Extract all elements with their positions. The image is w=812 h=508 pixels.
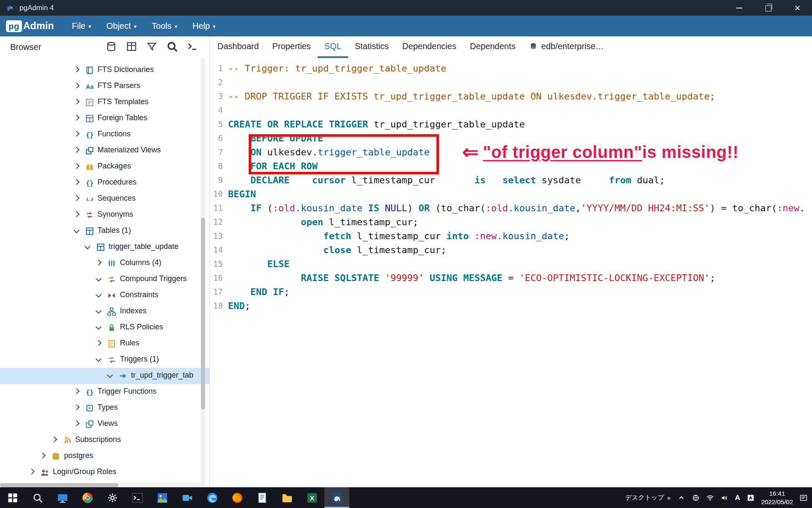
terminal-toolbar-button[interactable] xyxy=(184,39,201,56)
taskbar-firefox-button[interactable] xyxy=(225,487,250,508)
ime-mode-indicator[interactable]: A xyxy=(735,494,740,502)
chevron-down-icon[interactable] xyxy=(107,373,112,378)
tab-sql[interactable]: SQL xyxy=(318,36,348,58)
chevron-right-icon[interactable] xyxy=(74,164,79,169)
tree-item-packages[interactable]: Packages xyxy=(0,159,209,175)
tree-item-fts-dictionaries[interactable]: FTS Dictionaries xyxy=(0,62,209,78)
tree-item-types[interactable]: Types xyxy=(0,400,209,416)
taskbar-video-button[interactable] xyxy=(175,487,200,508)
taskbar-photos-button[interactable] xyxy=(150,487,175,508)
menu-file[interactable]: File▾ xyxy=(72,21,91,31)
chevron-right-icon[interactable] xyxy=(40,453,45,458)
tree-horizontal-scrollbar[interactable] xyxy=(0,483,200,487)
chevron-right-icon[interactable] xyxy=(74,148,79,153)
chevron-right-icon[interactable] xyxy=(96,260,101,265)
menu-tools[interactable]: Tools▾ xyxy=(152,21,177,31)
chevron-right-icon[interactable] xyxy=(74,180,79,185)
object-explorer[interactable]: FTS DictionariesAaFTS ParsersFTS Templat… xyxy=(0,58,210,487)
chevron-right-icon[interactable] xyxy=(74,67,79,72)
menu-object[interactable]: Object▾ xyxy=(106,21,136,31)
table-toolbar-button[interactable] xyxy=(123,39,140,56)
taskbar-folder-button[interactable] xyxy=(274,487,299,508)
desktop-toolbar[interactable]: デスクトップ » xyxy=(625,494,670,502)
chevron-right-icon[interactable] xyxy=(74,389,79,394)
tab-properties[interactable]: Properties xyxy=(266,36,318,58)
sql-panel[interactable]: 1-- Trigger: tr_upd_trigger_table_update… xyxy=(210,58,812,487)
tree-item-subscriptions[interactable]: Subscriptions xyxy=(0,432,209,448)
globe-icon[interactable] xyxy=(691,494,700,502)
chevron-down-icon[interactable] xyxy=(96,357,101,362)
tree-vertical-scrollbar-thumb[interactable] xyxy=(201,218,205,409)
tree-item-postgres[interactable]: postgres xyxy=(0,448,209,464)
taskbar-settings-button[interactable] xyxy=(100,487,125,508)
taskbar-notepad-button[interactable] xyxy=(250,487,274,508)
tree-item-trigger-table-update[interactable]: trigger_table_update xyxy=(0,239,209,255)
tree-item-columns-4[interactable]: Columns (4) xyxy=(0,255,209,271)
tree-item-materialized-views[interactable]: Materialized Views xyxy=(0,143,209,159)
tree-item-procedures[interactable]: {}Procedures xyxy=(0,175,209,191)
chevron-right-icon[interactable] xyxy=(74,212,79,217)
chevron-right-icon[interactable] xyxy=(74,132,79,137)
database-toolbar-button[interactable] xyxy=(103,39,120,56)
chevron-right-icon[interactable] xyxy=(74,83,79,88)
chevron-right-icon[interactable] xyxy=(74,196,79,201)
ime-block-icon[interactable] xyxy=(746,494,755,502)
tab-dependencies[interactable]: Dependencies xyxy=(395,36,463,58)
action-center-icon[interactable] xyxy=(799,494,808,502)
tree-item-views[interactable]: Views xyxy=(0,416,209,432)
chevron-right-icon[interactable] xyxy=(74,99,79,105)
chevron-down-icon[interactable] xyxy=(85,244,90,249)
tree-item-constraints[interactable]: Constraints xyxy=(0,287,209,304)
chevron-down-icon[interactable] xyxy=(96,325,101,330)
chevron-right-icon[interactable] xyxy=(74,405,79,410)
tab-statistics[interactable]: Statistics xyxy=(348,36,395,58)
tab-edb-enterprise[interactable]: edb/enterprise… xyxy=(522,36,611,58)
maximize-button[interactable] xyxy=(754,0,783,16)
filter-toolbar-button[interactable] xyxy=(143,39,160,56)
search-toolbar-button[interactable] xyxy=(164,39,181,56)
taskbar-start-button[interactable] xyxy=(0,487,25,508)
tab-dependents[interactable]: Dependents xyxy=(463,36,522,58)
taskbar-monitor-button[interactable] xyxy=(50,487,75,508)
tree-item-sequences[interactable]: 1..3Sequences xyxy=(0,191,209,207)
tree-item-synonyms[interactable]: Synonyms xyxy=(0,207,209,223)
speaker-icon[interactable] xyxy=(720,494,729,502)
chevron-right-icon[interactable] xyxy=(52,437,57,442)
tree-item-tables-1[interactable]: Tables (1) xyxy=(0,223,209,239)
tree-item-rls-policies[interactable]: RLS Policies xyxy=(0,320,209,336)
tree-item-foreign-tables[interactable]: Foreign Tables xyxy=(0,110,209,127)
taskbar-pgadmin-button[interactable] xyxy=(324,487,349,508)
chevron-down-icon[interactable] xyxy=(96,293,101,298)
chevron-down-icon[interactable] xyxy=(96,276,101,282)
tree-item-login-group-roles[interactable]: Login/Group Roles xyxy=(0,464,209,480)
taskbar-search-button[interactable] xyxy=(25,487,50,508)
chevron-right-icon[interactable] xyxy=(74,421,79,426)
tree-item-fts-parsers[interactable]: AaFTS Parsers xyxy=(0,78,209,94)
chevron-down-icon[interactable] xyxy=(74,228,79,233)
taskbar-edge-button[interactable] xyxy=(200,487,225,508)
wifi-icon[interactable] xyxy=(706,494,714,502)
tree-item-fts-templates[interactable]: FTS Templates xyxy=(0,94,209,110)
taskbar-excel-button[interactable]: X xyxy=(299,487,324,508)
tree-item-compound-triggers[interactable]: Compound Triggers xyxy=(0,271,209,287)
tree-vertical-scrollbar[interactable] xyxy=(201,58,205,487)
tree-item-triggers-1[interactable]: Triggers (1) xyxy=(0,352,209,368)
tree-horizontal-scrollbar-thumb[interactable] xyxy=(0,483,118,487)
tree-item-functions[interactable]: {}Functions xyxy=(0,127,209,143)
chevron-right-icon[interactable] xyxy=(96,341,101,346)
taskbar-chrome-button[interactable] xyxy=(75,487,100,508)
tree-item-tr-upd-trigger-tab[interactable]: tr_upd_trigger_tab xyxy=(0,368,209,384)
chevron-up-icon[interactable] xyxy=(677,494,686,502)
tree-item-rules[interactable]: Rules xyxy=(0,336,209,352)
chevron-right-icon[interactable] xyxy=(29,469,34,475)
chevron-right-icon[interactable] xyxy=(74,116,79,121)
chevron-down-icon[interactable] xyxy=(96,309,101,314)
taskbar-clock[interactable]: 16:41 2022/05/02 xyxy=(761,489,793,506)
tree-item-trigger-functions[interactable]: {}Trigger Functions xyxy=(0,384,209,400)
minimize-button[interactable] xyxy=(724,0,754,16)
taskbar-terminal-button[interactable] xyxy=(125,487,150,508)
close-button[interactable]: × xyxy=(783,0,812,16)
menu-help[interactable]: Help▾ xyxy=(192,21,216,31)
tree-item-indexes[interactable]: Indexes xyxy=(0,304,209,320)
tab-dashboard[interactable]: Dashboard xyxy=(211,36,266,58)
